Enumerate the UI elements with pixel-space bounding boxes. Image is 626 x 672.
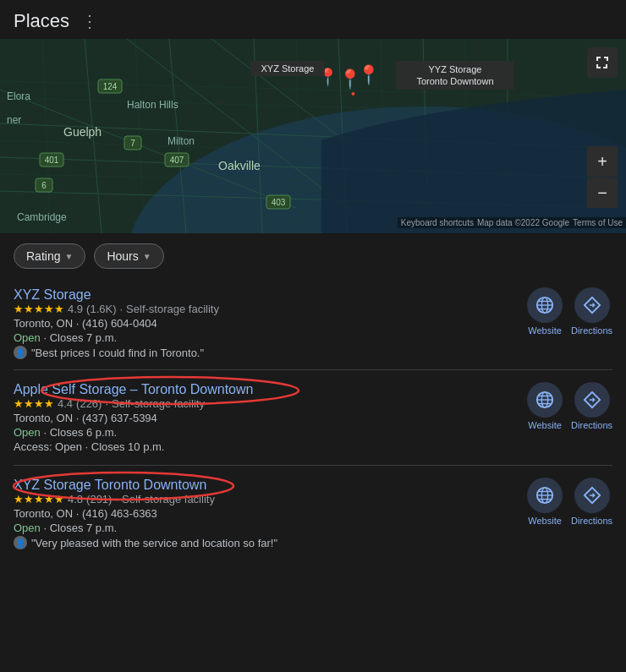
rating-filter-label: Rating	[26, 249, 60, 263]
result-hours-3: Open · Closes 7 p.m.	[14, 522, 519, 534]
website-icon-1	[527, 287, 563, 323]
zoom-in-button[interactable]: +	[587, 146, 618, 177]
result-open-status-1: Open	[14, 331, 41, 344]
result-stars-1: ★★★★★	[14, 303, 64, 315]
map-svg: 124 401 7 407 403 6 Guelph Elora Halton …	[0, 39, 626, 233]
terms-of-use-link[interactable]: Terms of Use	[573, 218, 623, 227]
directions-button-3[interactable]: Directions	[571, 478, 612, 526]
result-name-container-2[interactable]: Apple Self Storage – Toronto Downtown	[14, 382, 253, 397]
directions-label-1: Directions	[571, 325, 612, 336]
result-item-2: Apple Self Storage – Toronto Downtown ★★…	[14, 370, 612, 466]
directions-icon-3	[574, 478, 610, 513]
directions-icon-1	[574, 287, 610, 323]
result-item-3: XYZ Storage Toronto Downtown ★★★★★ 4.8 (…	[14, 466, 612, 560]
result-name-container-3[interactable]: XYZ Storage Toronto Downtown	[14, 478, 206, 493]
result-action-row-2: Website Directions	[527, 382, 612, 430]
svg-text:YYZ Storage: YYZ Storage	[429, 64, 482, 74]
result-action-row-1: Website Directions	[527, 287, 612, 336]
svg-text:403: 403	[272, 198, 286, 207]
website-label-1: Website	[528, 325, 562, 336]
result-info-1: XYZ Storage ★★★★★ 4.9 (1.6K) · Self-stor…	[14, 287, 527, 359]
svg-text:407: 407	[170, 156, 184, 165]
website-button-1[interactable]: Website	[527, 287, 563, 336]
result-hours-2: Open · Closes 6 p.m.	[14, 426, 519, 439]
result-actions-2: Website Directions	[527, 382, 612, 430]
svg-text:•: •	[351, 87, 355, 101]
map-attribution: Keyboard shortcuts Map data ©2022 Google…	[398, 217, 626, 228]
directions-button-1[interactable]: Directions	[571, 287, 612, 336]
website-icon-2	[527, 382, 563, 418]
directions-button-2[interactable]: Directions	[571, 382, 612, 430]
result-address-1: Toronto, ON · (416) 604-0404	[14, 317, 519, 330]
result-open-status-3: Open	[14, 522, 41, 534]
website-button-2[interactable]: Website	[527, 382, 563, 430]
result-meta-1: ★★★★★ 4.9 (1.6K) · Self-storage facility	[14, 303, 519, 315]
result-review-1: 👤 "Best prices I could find in Toronto."	[14, 346, 519, 359]
hours-filter-button[interactable]: Hours ▼	[94, 243, 163, 269]
svg-text:📍: 📍	[357, 63, 381, 86]
result-access-text-2: Access: Open · Closes 10 p.m.	[14, 440, 164, 453]
svg-text:XYZ Storage: XYZ Storage	[261, 63, 315, 74]
keyboard-shortcuts-link[interactable]: Keyboard shortcuts	[401, 218, 474, 227]
rating-filter-arrow: ▼	[64, 252, 73, 261]
result-address-3: Toronto, ON · (416) 463-6363	[14, 507, 519, 520]
result-review-count-3: (291)	[86, 493, 112, 505]
result-category-2: Self-storage facility	[112, 397, 205, 410]
svg-text:124: 124	[103, 82, 118, 91]
result-meta-3: ★★★★★ 4.8 (291) · Self-storage facility	[14, 493, 519, 505]
map-expand-button[interactable]	[587, 47, 618, 78]
svg-text:Halton Hills: Halton Hills	[127, 99, 178, 111]
website-button-3[interactable]: Website	[527, 478, 563, 526]
review-text-3: "Very pleased with the service and locat…	[31, 537, 277, 549]
reviewer-avatar-3: 👤	[14, 536, 27, 549]
result-access-2: Access: Open · Closes 10 p.m.	[14, 440, 519, 453]
map-container: 124 401 7 407 403 6 Guelph Elora Halton …	[0, 39, 626, 233]
result-rating-2: 4.4	[58, 397, 73, 410]
website-label-2: Website	[528, 420, 562, 430]
result-address-2: Toronto, ON · (437) 637-5394	[14, 412, 519, 424]
result-info-3: XYZ Storage Toronto Downtown ★★★★★ 4.8 (…	[14, 478, 527, 549]
result-name-1[interactable]: XYZ Storage	[14, 287, 519, 303]
result-actions-1: Website Directions	[527, 287, 612, 336]
result-separator-3: ·	[115, 493, 118, 505]
svg-text:6: 6	[41, 181, 47, 190]
result-rating-3: 4.8	[68, 493, 83, 505]
svg-text:Elora: Elora	[7, 90, 30, 102]
result-separator-2: ·	[105, 397, 108, 410]
svg-text:ner: ner	[7, 114, 21, 126]
directions-icon-2	[574, 382, 610, 418]
result-category-1: Self-storage facility	[126, 303, 219, 315]
svg-text:Toronto Downtown: Toronto Downtown	[416, 76, 493, 86]
directions-label-3: Directions	[571, 516, 612, 526]
reviewer-avatar-1: 👤	[14, 346, 27, 359]
rating-filter-button[interactable]: Rating ▼	[14, 243, 85, 269]
page-header: Places ⋮	[0, 0, 626, 39]
result-hours-1: Open · Closes 7 p.m.	[14, 331, 519, 344]
map-zoom-controls: + −	[587, 146, 618, 208]
result-separator-1: ·	[119, 303, 123, 315]
result-review-count-1: (1.6K)	[86, 303, 116, 315]
result-close-time-1: · Closes 7 p.m.	[43, 331, 117, 344]
hours-filter-label: Hours	[107, 249, 138, 263]
map-data-credit: Map data ©2022 Google	[477, 218, 569, 227]
result-item-1: XYZ Storage ★★★★★ 4.9 (1.6K) · Self-stor…	[14, 276, 612, 370]
result-review-3: 👤 "Very pleased with the service and loc…	[14, 536, 519, 549]
result-stars-3: ★★★★★	[14, 493, 64, 505]
zoom-out-button[interactable]: −	[587, 178, 618, 208]
result-open-status-2: Open	[14, 426, 41, 439]
result-action-row-3: Website Directions	[527, 478, 612, 526]
svg-text:Milton: Milton	[167, 135, 195, 147]
results-list: XYZ Storage ★★★★★ 4.9 (1.6K) · Self-stor…	[0, 276, 626, 560]
result-meta-2: ★★★★ 4.4 (226) · Self-storage facility	[14, 397, 519, 410]
svg-text:Cambridge: Cambridge	[17, 211, 67, 223]
svg-text:Oakville: Oakville	[218, 159, 261, 172]
review-text-1: "Best prices I could find in Toronto."	[31, 347, 204, 359]
filter-bar: Rating ▼ Hours ▼	[0, 233, 626, 276]
result-close-time-3: · Closes 7 p.m.	[43, 522, 117, 534]
directions-label-2: Directions	[571, 420, 612, 430]
result-actions-3: Website Directions	[527, 478, 612, 526]
website-label-3: Website	[528, 516, 562, 526]
svg-text:Guelph: Guelph	[63, 125, 102, 139]
more-options-icon[interactable]: ⋮	[81, 11, 98, 31]
result-category-3: Self-storage facility	[122, 493, 215, 505]
